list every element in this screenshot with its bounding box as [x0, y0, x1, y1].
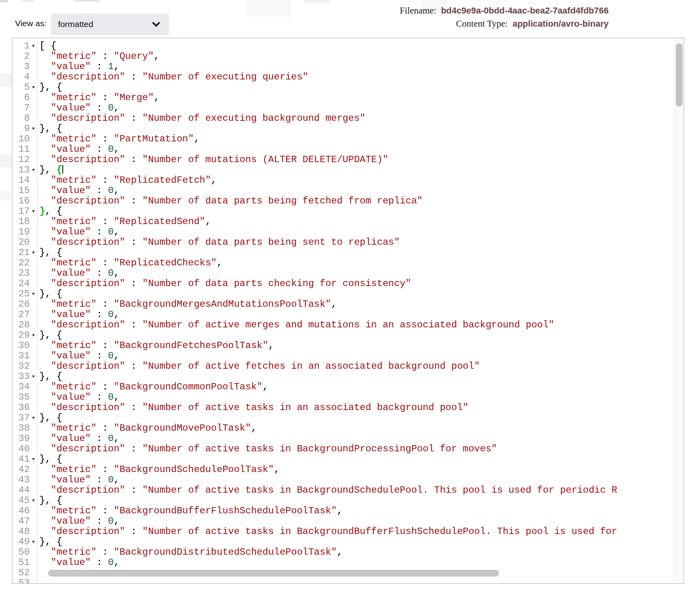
- code-line[interactable]: 34 "metric" : "BackgroundCommonPoolTask"…: [12, 382, 684, 392]
- fold-arrow-icon[interactable]: ▼: [30, 454, 37, 464]
- code-text: }, {: [37, 165, 674, 175]
- code-line[interactable]: 14 "metric" : "ReplicatedFetch",: [12, 175, 684, 186]
- code-line[interactable]: 7 "value" : 0,: [12, 103, 684, 113]
- vertical-scrollbar-track[interactable]: [674, 38, 684, 583]
- code-line[interactable]: 24 "description" : "Number of data parts…: [12, 279, 684, 289]
- code-line[interactable]: 43 "value" : 0,: [12, 475, 684, 485]
- code-editor[interactable]: 1▼[ {2 "metric" : "Query",3 "value" : 1,…: [12, 38, 684, 584]
- code-line[interactable]: 16 "description" : "Number of data parts…: [12, 196, 684, 206]
- code-line[interactable]: 30 "metric" : "BackgroundFetchesPoolTask…: [12, 341, 684, 351]
- code-line[interactable]: 38 "metric" : "BackgroundMovePoolTask",: [12, 423, 684, 433]
- fold-arrow-icon[interactable]: ▼: [30, 82, 37, 93]
- line-number: 8: [13, 113, 30, 124]
- code-line[interactable]: 33▼}, {: [12, 372, 684, 382]
- code-line[interactable]: 32 "description" : "Number of active fet…: [12, 361, 684, 372]
- line-number-gutter: 23: [12, 268, 37, 279]
- code-line[interactable]: 37▼}, {: [12, 413, 684, 423]
- fold-arrow-icon[interactable]: ▼: [30, 206, 37, 217]
- code-line[interactable]: 26 "metric" : "BackgroundMergesAndMutati…: [12, 299, 684, 310]
- fold-arrow-icon[interactable]: ▼: [30, 248, 37, 258]
- code-line[interactable]: 51 "value" : 0,: [12, 557, 684, 568]
- fold-arrow-icon[interactable]: ▼: [30, 41, 37, 51]
- fold-arrow-icon[interactable]: ▼: [30, 537, 37, 547]
- background-fragment: [0, 154, 12, 167]
- code-line[interactable]: 2 "metric" : "Query",: [12, 51, 684, 62]
- line-number: 19: [13, 227, 30, 237]
- code-line[interactable]: 42 "metric" : "BackgroundSchedulePoolTas…: [12, 464, 684, 475]
- code-line[interactable]: 22 "metric" : "ReplicatedChecks",: [12, 258, 684, 268]
- code-line[interactable]: 5▼}, {: [12, 82, 684, 93]
- line-number-gutter: 19: [12, 227, 37, 237]
- fold-arrow-icon[interactable]: ▼: [30, 330, 37, 341]
- line-number-gutter: 7: [12, 103, 37, 113]
- code-line[interactable]: 21▼}, {: [12, 248, 684, 258]
- line-number: 50: [13, 547, 30, 557]
- code-line[interactable]: 39 "value" : 0,: [12, 433, 684, 444]
- code-line[interactable]: 6 "metric" : "Merge",: [12, 93, 684, 103]
- fold-arrow-icon[interactable]: ▼: [30, 372, 37, 382]
- line-number: 40: [13, 444, 30, 454]
- code-text: }, {: [37, 330, 674, 341]
- line-number: 9: [13, 124, 30, 134]
- code-line[interactable]: 1▼[ {: [12, 41, 684, 51]
- code-line[interactable]: 20 "description" : "Number of data parts…: [12, 237, 684, 248]
- line-number-gutter: 12: [12, 155, 37, 165]
- code-line[interactable]: 53: [12, 578, 684, 584]
- code-line[interactable]: 9▼}, {: [12, 124, 684, 134]
- line-number: 36: [13, 402, 30, 413]
- code-line[interactable]: 31 "value" : 0,: [12, 351, 684, 361]
- fold-arrow-icon[interactable]: ▼: [30, 124, 37, 134]
- line-number-gutter: 5▼: [12, 82, 37, 93]
- code-text: "metric" : "BackgroundMovePoolTask",: [37, 423, 674, 433]
- code-line[interactable]: 49▼}, {: [12, 537, 684, 547]
- fold-arrow-icon[interactable]: ▼: [30, 289, 37, 299]
- line-number-gutter: 53: [12, 578, 37, 584]
- fold-arrow-icon[interactable]: ▼: [30, 495, 37, 506]
- code-line[interactable]: 35 "value" : 0,: [12, 392, 684, 402]
- code-text: "value" : 0,: [37, 144, 674, 155]
- code-line[interactable]: 8 "description" : "Number of executing b…: [12, 113, 684, 124]
- code-line[interactable]: 40 "description" : "Number of active tas…: [12, 444, 684, 454]
- code-line[interactable]: 4 "description" : "Number of executing q…: [12, 72, 684, 82]
- line-number-gutter: 46: [12, 506, 37, 516]
- code-line[interactable]: 13▼}, {: [12, 165, 684, 175]
- code-line[interactable]: 15 "value" : 0,: [12, 186, 684, 196]
- line-number: 47: [13, 516, 30, 526]
- code-line[interactable]: 19 "value" : 0,: [12, 227, 684, 237]
- vertical-scrollbar-thumb[interactable]: [676, 43, 683, 106]
- code-line[interactable]: 46 "metric" : "BackgroundBufferFlushSche…: [12, 506, 684, 516]
- code-line[interactable]: 29▼}, {: [12, 330, 684, 341]
- line-number: 24: [13, 279, 30, 289]
- code-line[interactable]: 10 "metric" : "PartMutation",: [12, 134, 684, 144]
- line-number: 37: [13, 413, 30, 423]
- line-number-gutter: 4: [12, 72, 37, 82]
- horizontal-scrollbar-thumb[interactable]: [48, 570, 499, 577]
- code-line[interactable]: 47 "value" : 0,: [12, 516, 684, 526]
- code-line[interactable]: 12 "description" : "Number of mutations …: [12, 155, 684, 165]
- code-line[interactable]: 27 "value" : 0,: [12, 310, 684, 320]
- line-number-gutter: 42: [12, 464, 37, 475]
- code-line[interactable]: 3 "value" : 1,: [12, 62, 684, 72]
- view-as-select[interactable]: formatted: [51, 14, 169, 35]
- code-line[interactable]: 48 "description" : "Number of active tas…: [12, 526, 684, 537]
- line-number: 30: [13, 341, 30, 351]
- line-number-gutter: 21▼: [12, 248, 37, 258]
- code-line[interactable]: 17▼}, {: [12, 206, 684, 217]
- code-line[interactable]: 50 "metric" : "BackgroundDistributedSche…: [12, 547, 684, 557]
- code-line[interactable]: 41▼}, {: [12, 454, 684, 464]
- code-line[interactable]: 28 "description" : "Number of active mer…: [12, 320, 684, 330]
- code-line[interactable]: 18 "metric" : "ReplicatedSend",: [12, 217, 684, 227]
- line-number-gutter: 45▼: [12, 495, 37, 506]
- code-line[interactable]: 25▼}, {: [12, 289, 684, 299]
- code-line[interactable]: 45▼}, {: [12, 495, 684, 506]
- code-line[interactable]: 36 "description" : "Number of active tas…: [12, 402, 684, 413]
- line-number: 14: [13, 175, 30, 186]
- line-number-gutter: 44: [12, 485, 37, 495]
- fold-arrow-icon[interactable]: ▼: [30, 413, 37, 423]
- code-line[interactable]: 23 "value" : 0,: [12, 268, 684, 279]
- code-text: }, {: [37, 206, 674, 217]
- code-line[interactable]: 11 "value" : 0,: [12, 144, 684, 155]
- fold-arrow-icon[interactable]: ▼: [30, 165, 37, 175]
- code-line[interactable]: 44 "description" : "Number of active tas…: [12, 485, 684, 495]
- line-number: 45: [13, 495, 30, 506]
